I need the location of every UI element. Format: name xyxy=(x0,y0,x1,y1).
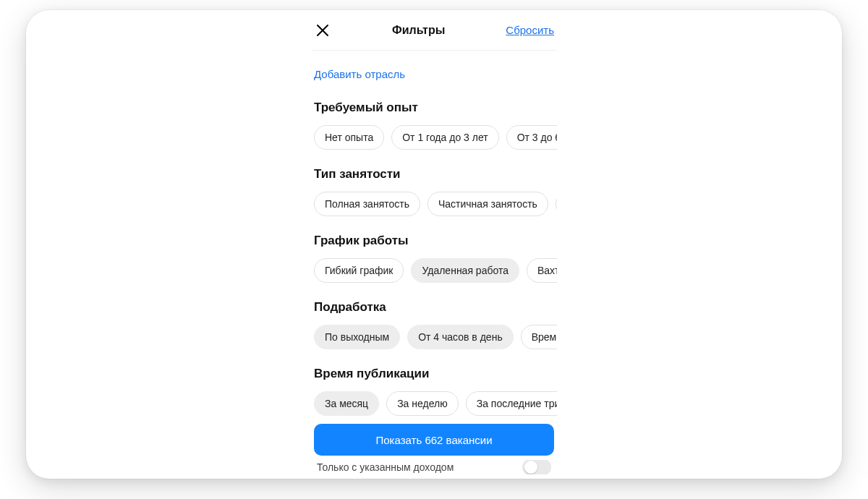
chip-schedule-2[interactable]: Вахтовый мет xyxy=(527,258,557,283)
chip-row-parttime: По выходным От 4 часов в день Временная … xyxy=(314,325,557,351)
section-parttime: Подработка По выходным От 4 часов в день… xyxy=(311,290,557,357)
section-title: Подработка xyxy=(314,300,554,315)
section-employment: Тип занятости Полная занятость Частичная… xyxy=(311,157,557,223)
header: Фильтры Сбросить xyxy=(311,10,557,51)
chip-published-0[interactable]: За месяц xyxy=(314,391,379,416)
toggle-label: Только с указанным доходом xyxy=(317,461,454,473)
chip-employment-0[interactable]: Полная занятость xyxy=(314,192,420,216)
chip-row-experience: Нет опыта От 1 года до 3 лет От 3 до 6 л… xyxy=(314,125,557,151)
chip-experience-0[interactable]: Нет опыта xyxy=(314,125,384,150)
close-icon[interactable] xyxy=(314,22,331,39)
chip-schedule-1[interactable]: Удаленная работа xyxy=(411,258,519,283)
toggle-row-income-only: Только с указанным доходом xyxy=(314,460,554,474)
section-schedule: График работы Гибкий график Удаленная ра… xyxy=(311,223,557,290)
chip-experience-1[interactable]: От 1 года до 3 лет xyxy=(391,125,498,150)
section-title: Время публикации xyxy=(314,367,554,381)
chip-published-2[interactable]: За последние три дня xyxy=(466,391,557,416)
add-industry-link[interactable]: Добавить отрасль xyxy=(311,51,557,90)
reset-link[interactable]: Сбросить xyxy=(506,24,554,36)
section-published: Время публикации За месяц За неделю За п… xyxy=(311,357,557,423)
show-results-button[interactable]: Показать 662 вакансии xyxy=(314,424,554,456)
device-frame: Фильтры Сбросить Добавить отрасль Требуе… xyxy=(26,10,842,479)
chip-row-published: За месяц За неделю За последние три дня xyxy=(314,391,557,417)
chip-employment-2[interactable]: Прое xyxy=(556,192,557,216)
chip-published-1[interactable]: За неделю xyxy=(386,391,459,416)
toggle-income-only[interactable] xyxy=(522,460,551,474)
chip-parttime-2[interactable]: Временная р xyxy=(521,325,557,349)
chip-row-schedule: Гибкий график Удаленная работа Вахтовый … xyxy=(314,258,557,284)
chip-employment-1[interactable]: Частичная занятость xyxy=(427,192,548,216)
chip-schedule-0[interactable]: Гибкий график xyxy=(314,258,404,283)
chip-parttime-0[interactable]: По выходным xyxy=(314,325,400,349)
section-title: Тип занятости xyxy=(314,167,554,182)
section-experience: Требуемый опыт Нет опыта От 1 года до 3 … xyxy=(311,90,557,157)
filters-panel: Фильтры Сбросить Добавить отрасль Требуе… xyxy=(311,10,557,479)
chip-parttime-1[interactable]: От 4 часов в день xyxy=(407,325,514,349)
chip-row-employment: Полная занятость Частичная занятость Про… xyxy=(314,192,557,218)
section-title: График работы xyxy=(314,234,554,248)
footer: Показать 662 вакансии Только с указанным… xyxy=(311,424,557,479)
section-title: Требуемый опыт xyxy=(314,101,554,115)
chip-experience-2[interactable]: От 3 до 6 лет xyxy=(506,125,557,150)
filters-body[interactable]: Добавить отрасль Требуемый опыт Нет опыт… xyxy=(311,51,557,432)
header-title: Фильтры xyxy=(392,24,445,37)
